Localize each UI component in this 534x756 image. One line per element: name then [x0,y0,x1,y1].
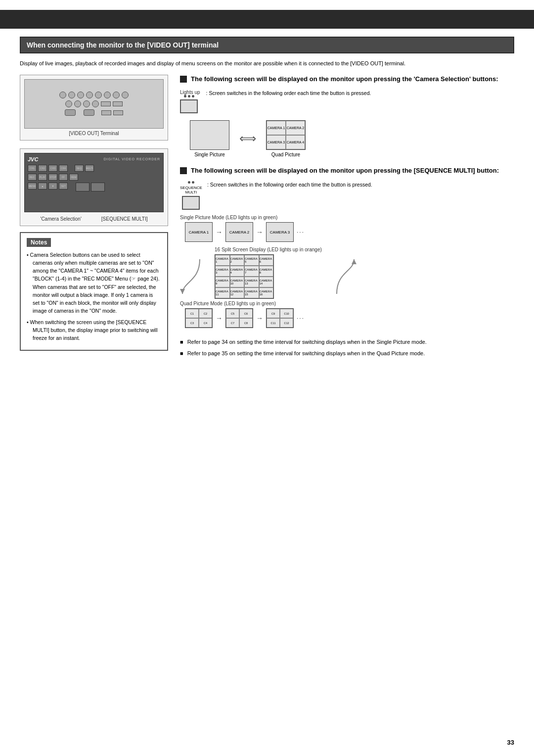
front-panel-label2: [SEQUENCE MULTI] [101,216,148,222]
cam-box-2: CAMERA 2 [225,222,253,242]
qm2-c4: C8 [239,318,253,328]
seq-dot-2 [192,181,194,184]
quad-picture-flow: Quad Picture Mode (LED lights up in gree… [180,301,514,328]
front-btn-12: MENU [28,183,37,189]
front-panel-row-2: REC PLAY STOP FF REW [28,174,160,181]
svg-marker-0 [180,289,185,294]
single-picture-label: Single Picture [194,152,225,157]
double-arrow: ⟺ [239,132,256,145]
right-column: The following screen will be displayed o… [180,75,514,361]
connector-5 [95,92,102,98]
left-column: [VIDEO OUT] Terminal JVC DIGITAL VIDEO R… [20,75,168,351]
sc-5: CAMERA 5 [244,255,259,266]
jvc-logo: JVC [28,156,38,162]
connector-9 [65,100,72,107]
arrow-2: → [256,228,263,236]
front-btn-11: REW [69,174,78,181]
qm1-c3: C3 [185,318,199,328]
qm3-c3: C11 [267,318,280,328]
flow-cameras: CAMERA 1 → CAMERA 2 → CAMERA 3 ··· [185,222,514,242]
svg-marker-1 [352,259,356,264]
sc-13: CAMERA 13 [244,277,259,287]
screen-switch-text-1: : Screen switches in the following order… [206,90,514,97]
button-dots-1 [184,95,194,97]
seq-label: SEQUENCEMULTI [180,186,202,195]
sc-15: CAMERA 15 [244,287,259,298]
qm2-c3: C7 [226,318,239,328]
front-btn-1: CH1 [28,165,37,172]
button-diagram-1 [180,95,198,113]
square-bullet-1 [180,76,187,83]
single-screen [190,120,229,150]
front-btn-6: MULTI [85,165,94,172]
section1-title: The following screen will be displayed o… [180,75,514,84]
dot-3 [192,95,194,97]
quad-mode-label: Quad Picture Mode (LED lights up in gree… [180,301,514,306]
section-header-title: When connecting the monitor to the [VIDE… [27,41,219,49]
quad-flow: C1 C2 C3 C4 → C5 C6 C7 C8 [185,308,514,328]
notes-title: Notes [27,238,51,247]
front-btn-large-2 [91,183,105,191]
bullet-square-1: ■ [180,338,183,346]
front-btn-2: CH2 [38,165,47,172]
quad-cell-4: CAMERA 4 [286,135,305,149]
connector-rect-2 [113,101,123,106]
rear-panel-label: [VIDEO OUT] Terminal [24,131,164,136]
dot-1 [184,95,186,97]
top-bar [0,10,534,29]
sc-10: CAMERA 10 [230,277,245,287]
seq-dot-1 [188,181,190,184]
cam-box-1: CAMERA 1 [185,222,213,242]
sc-6: CAMERA 6 [259,255,274,266]
qm3-c4: C12 [280,318,293,328]
connector-8 [122,92,129,98]
quad-mini-2: C5 C6 C7 C8 [225,308,253,328]
panel-row-3 [65,109,123,116]
split-16-grid: CAMERA 1 CAMERA 2 CAMERA 5 CAMERA 6 CAME… [215,254,274,299]
front-panel-row-1: CH1 CH2 CH3 CH4 SEQ MULTI [28,165,160,172]
panel-row-1 [59,92,129,98]
bottom-bullets: ■ Refer to page 34 on setting the time i… [180,338,514,357]
page-number: 33 [507,739,514,746]
picture-modes: Single Picture ⟺ CAMERA 1 CAMERA 2 CAMER… [190,120,514,157]
panel-row-2 [65,100,123,107]
quad-arrow-1: → [216,314,222,322]
qm3-c1: C9 [267,309,280,318]
dot-2 [188,95,190,97]
rear-panel-diagram [24,79,164,129]
connector-rect-3 [101,110,111,115]
front-btn-8: PLAY [38,174,47,181]
connector-rect-4 [113,110,123,115]
quad-screen: CAMERA 1 CAMERA 2 CAMERA 3 CAMERA 4 [266,120,306,150]
quad-picture-label: Quad Picture [271,152,300,157]
arrow-1: → [216,228,222,236]
front-btn-large-1 [76,183,89,191]
qm3-c2: C10 [280,309,293,318]
quad-mini-1: C1 C2 C3 C4 [185,308,213,328]
single-mode-label: Single Picture Mode (LED lights up in gr… [180,215,514,220]
front-btn-5: SEQ [75,165,84,172]
split-16-label: 16 Split Screen Display (LED lights up i… [215,247,322,252]
sc-12: CAMERA 12 [230,287,245,298]
intro-text: Display of live images, playback of reco… [20,59,514,68]
connector-7 [113,92,120,98]
sc-11: CAMERA 11 [215,287,230,298]
qm1-c2: C2 [199,309,212,318]
single-picture-mode: Single Picture [190,120,229,157]
seq-multi-button [182,196,200,210]
qm2-c2: C6 [239,309,253,318]
lights-up-label: Lights up [180,90,200,95]
front-btn-9: STOP [48,174,57,181]
front-panel-box: JVC DIGITAL VIDEO RECORDER CH1 CH2 CH3 C… [20,148,168,226]
split-16-section: 16 Split Screen Display (LED lights up i… [215,247,322,299]
front-btn-7: REC [28,174,37,181]
seq-button-diagram: SEQUENCEMULTI [180,181,202,210]
screen-switch-text-2: : Screen switches in the following order… [207,181,514,189]
connector-11 [83,100,90,107]
sc-14: CAMERA 14 [259,277,274,287]
front-btn-15: SET [59,183,68,189]
quad-arrow-2: → [256,314,263,322]
notes-text: • Camera Selection buttons can be used t… [27,251,161,342]
connector-rect-1 [101,101,111,106]
quad-picture-mode: CAMERA 1 CAMERA 2 CAMERA 3 CAMERA 4 Quad… [266,120,306,157]
